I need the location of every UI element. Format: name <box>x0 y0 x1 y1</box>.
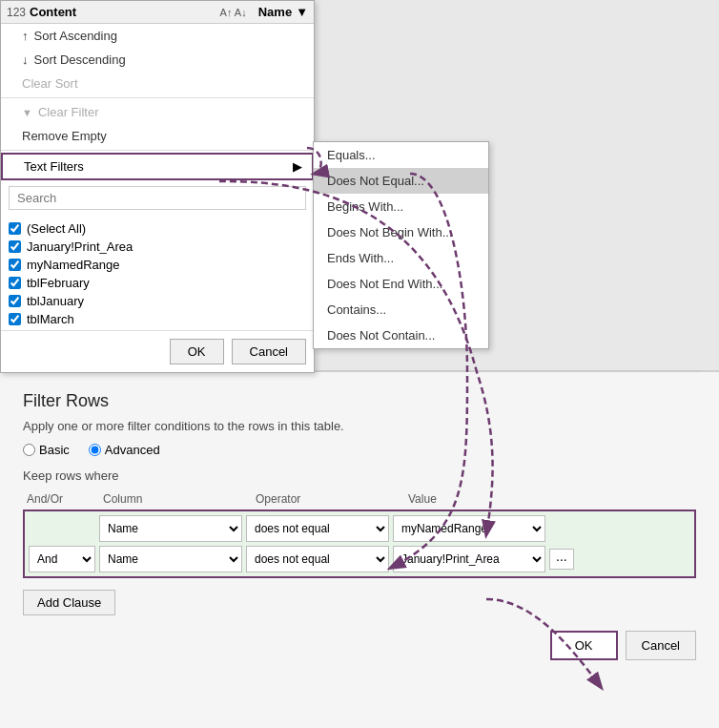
filter-cancel-button[interactable]: Cancel <box>626 631 696 660</box>
dropdown-header: 123 Content A↑ A↓ Name ▼ <box>1 1 314 24</box>
clear-sort-item[interactable]: Clear Sort <box>1 72 314 95</box>
column-name-label: Content <box>30 5 216 19</box>
row1-operator-select[interactable]: does not equal <box>246 515 389 542</box>
row2-value-select[interactable]: January!Print_Area <box>393 546 545 572</box>
basic-radio[interactable] <box>23 444 35 456</box>
dropdown-ok-button[interactable]: OK <box>170 339 224 364</box>
dropdown-buttons: OK Cancel <box>1 330 314 372</box>
submenu-ends-with[interactable]: Ends With... <box>314 245 488 271</box>
item-1-checkbox[interactable] <box>9 259 21 271</box>
advanced-radio[interactable] <box>89 444 101 456</box>
checklist-item-2[interactable]: tblFebruary <box>9 274 306 292</box>
search-box <box>9 186 306 210</box>
filter-conditions-box: Name does not equal myNamedRange And Nam… <box>23 510 696 578</box>
clear-filter-item[interactable]: ▼ Clear Filter <box>1 100 314 124</box>
text-filters-item[interactable]: Text Filters ▶ <box>1 153 314 180</box>
dropdown-arrow-icon[interactable]: ▼ <box>296 5 308 19</box>
header-column: Column <box>103 492 256 506</box>
submenu-does-not-contain[interactable]: Does Not Contain... <box>314 322 488 348</box>
submenu-arrow-icon: ▶ <box>293 159 302 174</box>
filter-rows-title: Filter Rows <box>23 391 696 411</box>
item-0-checkbox[interactable] <box>9 240 21 253</box>
checklist-item-0[interactable]: January!Print_Area <box>9 238 306 256</box>
bottom-buttons: OK Cancel <box>23 631 696 660</box>
menu-separator-2 <box>1 150 314 151</box>
checklist-select-all[interactable]: (Select All) <box>9 219 306 238</box>
submenu-begins-with[interactable]: Begins With... <box>314 194 488 219</box>
filter-ok-button[interactable]: OK <box>550 631 618 660</box>
text-filters-submenu: Equals... Does Not Equal... Begins With.… <box>313 141 489 349</box>
sort-asc-icon: ↑ <box>22 29 29 43</box>
sort-ascending-item[interactable]: ↑ Sort Ascending <box>1 24 314 48</box>
row2-column-select[interactable]: Name <box>99 546 242 572</box>
advanced-radio-label[interactable]: Advanced <box>89 443 160 457</box>
header-value: Value <box>408 492 696 506</box>
header-andor: And/Or <box>27 492 103 506</box>
filter-rows-section: Filter Rows Apply one or more filter con… <box>0 372 719 728</box>
row1-column-select[interactable]: Name <box>99 515 242 542</box>
mode-radio-group: Basic Advanced <box>23 443 696 457</box>
header-operator: Operator <box>256 492 408 506</box>
item-3-checkbox[interactable] <box>9 295 21 307</box>
submenu-does-not-begin-with[interactable]: Does Not Begin With... <box>314 219 488 245</box>
item-2-checkbox[interactable] <box>9 277 21 289</box>
filter-table-header: And/Or Column Operator Value <box>23 492 696 506</box>
sort-desc-icon: ↓ <box>22 52 29 67</box>
submenu-does-not-end-with[interactable]: Does Not End With... <box>314 271 488 297</box>
keep-rows-label: Keep rows where <box>23 468 696 483</box>
row1-value-select[interactable]: myNamedRange <box>393 515 545 542</box>
row2-operator-select[interactable]: does not equal <box>246 546 389 572</box>
submenu-does-not-equal[interactable]: Does Not Equal... <box>314 168 488 194</box>
filter-row-1: Name does not equal myNamedRange <box>29 515 690 542</box>
filter-rows-description: Apply one or more filter conditions to t… <box>23 419 696 433</box>
item-4-checkbox[interactable] <box>9 313 21 325</box>
checklist-item-3[interactable]: tblJanuary <box>9 292 306 310</box>
row2-andor-select[interactable]: And <box>29 546 95 572</box>
basic-radio-label[interactable]: Basic <box>23 443 70 457</box>
add-clause-button[interactable]: Add Clause <box>23 590 115 615</box>
column-type-label: Name <box>258 5 292 19</box>
content-type-icon: 123 <box>7 6 26 19</box>
submenu-equals[interactable]: Equals... <box>314 142 488 168</box>
menu-separator-1 <box>1 97 314 98</box>
select-all-checkbox[interactable] <box>9 222 21 235</box>
sort-az-icon: A↑ A↓ <box>220 7 247 18</box>
filter-row-2: And Name does not equal January!Print_Ar… <box>29 546 690 572</box>
search-input[interactable] <box>9 186 306 210</box>
dropdown-cancel-button[interactable]: Cancel <box>232 339 306 364</box>
remove-empty-item[interactable]: Remove Empty <box>1 124 314 148</box>
more-options-button[interactable]: ··· <box>549 549 574 570</box>
clear-filter-icon: ▼ <box>22 107 32 118</box>
checklist-item-4[interactable]: tblMarch <box>9 310 306 328</box>
sort-descending-item[interactable]: ↓ Sort Descending <box>1 48 314 72</box>
submenu-contains[interactable]: Contains... <box>314 297 488 322</box>
sort-filter-dropdown: 123 Content A↑ A↓ Name ▼ ↑ Sort Ascendin… <box>0 0 315 373</box>
checklist-item-1[interactable]: myNamedRange <box>9 256 306 274</box>
filter-checklist: (Select All) January!Print_Area myNamedR… <box>1 216 314 330</box>
